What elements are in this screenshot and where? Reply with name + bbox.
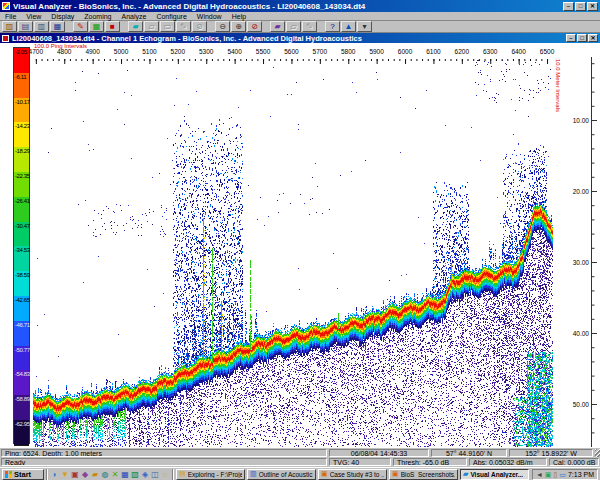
toolbar-group: ?▲▾ (325, 21, 373, 32)
globe-icon[interactable]: ◍ (100, 469, 110, 480)
color-band: -46.71 (14, 321, 29, 347)
taskbar-clock[interactable]: 7:13 PM (568, 471, 594, 478)
menu-item-view[interactable]: View (21, 12, 46, 21)
task-button-4[interactable]: ▣BioS_Screenshots... (389, 469, 458, 480)
paint-icon[interactable]: ▰ (90, 469, 100, 480)
toolbar-button-print[interactable]: ▤ (18, 21, 33, 32)
toolbar-button-stop-record[interactable]: ■ (105, 21, 120, 32)
menu-item-help[interactable]: Help (227, 12, 251, 21)
task-button-label: Case Study #3 to ... (330, 471, 384, 478)
depth-axis-label: 30.00 (562, 259, 589, 266)
toolbar-button-alarm[interactable]: ▲ (341, 21, 356, 32)
toolbar-button-help[interactable]: ? (325, 21, 340, 32)
status-tvg: TVG: 40 (329, 458, 391, 466)
toolbar-button-zoom-in[interactable]: ⊕ (231, 21, 246, 32)
taskbar-separator (46, 469, 48, 480)
menu-item-display[interactable]: Display (46, 12, 79, 21)
color-band-label: -10.17 (15, 99, 30, 105)
menu-item-zooming[interactable]: Zooming (79, 12, 116, 21)
task-button-3[interactable]: ▣Case Study #3 to ... (318, 469, 387, 480)
start-button[interactable]: Start (2, 469, 44, 480)
minimize-button[interactable]: – (563, 2, 574, 11)
toolbar-button-analysis-b[interactable]: ▭ (160, 21, 175, 32)
ping-axis-label: 5300 (193, 48, 219, 55)
toolbar-button-save-file[interactable]: ▦ (50, 21, 65, 32)
status-threshold: Thresh: -65.0 dB (393, 458, 467, 466)
resize-grip[interactable] (595, 449, 600, 457)
toolbar-button-edit-colors[interactable]: ✎ (73, 21, 88, 32)
color-band: -50.77 (14, 346, 29, 372)
toolbar-button-edit-chart[interactable]: ✎ (302, 21, 317, 32)
network-tray-icon[interactable]: ▣ (545, 470, 552, 479)
matlab-icon[interactable]: ▦ (120, 469, 130, 480)
child-restore-button[interactable]: □ (577, 34, 587, 42)
battery-tray-icon[interactable]: ▯ (553, 470, 557, 479)
toolbar-button-cancel-edit[interactable]: ⊘ (192, 21, 207, 32)
depth-axis-label: 50.00 (562, 401, 589, 408)
toolbar-group: ▰▱▭✎⊘ (128, 21, 208, 32)
toolbar-button-chart-b[interactable]: ▱ (286, 21, 301, 32)
menu-item-analyze[interactable]: Analyze (117, 12, 152, 21)
menu-item-window[interactable]: Window (192, 12, 227, 21)
excel-icon[interactable]: ▧ (130, 469, 140, 480)
echogram-canvas[interactable] (33, 57, 553, 447)
maximize-button[interactable]: □ (575, 2, 586, 11)
ping-axis-label: 5000 (108, 48, 134, 55)
search-icon[interactable]: ◌ (160, 469, 170, 480)
child-window-title: LI20040608_143034.dt4 - Channel 1 Echogr… (12, 34, 564, 43)
toolbar-button-echogram-view[interactable]: ▰ (128, 21, 143, 32)
ping-axis-label: 5600 (278, 48, 304, 55)
volume-tray-icon[interactable]: ◄ (536, 470, 543, 479)
main-titlebar[interactable]: Visual Analyzer - BioSonics, Inc. - Adva… (0, 0, 600, 12)
mail-icon[interactable]: ▣ (70, 469, 80, 480)
status-bar-app: ReadyTVG: 40Thresh: -65.0 dBAbs: 0.05032… (0, 457, 600, 467)
color-band-label: -58.89 (15, 396, 30, 402)
task-button-2[interactable]: ▥Outline of Acoustic... (247, 469, 316, 480)
media-player-icon[interactable]: ◆ (80, 469, 90, 480)
ping-axis-label: 6300 (477, 48, 503, 55)
color-band: -22.35 (14, 172, 29, 198)
task-button-1[interactable]: ▤Exploring - F:\Proje... (176, 469, 245, 480)
desktop-icon[interactable]: ◫ (150, 469, 160, 480)
color-band: -34.53 (14, 246, 29, 272)
menu-item-configure[interactable]: Configure (151, 12, 191, 21)
toolbar-button-grid-display[interactable]: ▦ (89, 21, 104, 32)
toolbar-button-edit-bottom[interactable]: ✎ (176, 21, 191, 32)
color-band-label: -46.71 (15, 322, 30, 328)
toolbar-button-more-tools[interactable]: ▾ (357, 21, 372, 32)
task-button-5[interactable]: ▰Visual Analyzer... (460, 469, 529, 480)
depth-axis-ticks (591, 57, 599, 447)
task-button-icon: ▥ (250, 470, 257, 478)
task-button-icon: ▣ (392, 470, 399, 478)
child-titlebar[interactable]: LI20040608_143034.dt4 - Channel 1 Echogr… (0, 33, 600, 43)
status-bar-channel: Ping: 6524, Depth: 1.00 meters06/08/04 1… (0, 447, 600, 457)
status-longitude: 152° 15.8922' W (509, 449, 593, 457)
close-button[interactable]: ✕ (587, 2, 598, 11)
toolbar-group: ✎▦■ (73, 21, 121, 32)
child-close-button[interactable]: ✕ (588, 34, 598, 42)
task-button-icon: ▰ (463, 470, 468, 478)
display-tray-icon[interactable]: ▭ (559, 470, 566, 479)
toolbar-button-analysis-chart[interactable]: ▰ (270, 21, 285, 32)
windows-logo-icon (5, 471, 12, 478)
color-band: -18.29 (14, 147, 29, 173)
ie-browser-icon[interactable]: ◗ (50, 469, 60, 480)
toolbar-button-zoom-cancel[interactable]: ⊘ (247, 21, 262, 32)
taskbar-separator (172, 469, 174, 480)
toolbar-button-open-file[interactable]: ▨ (2, 21, 17, 32)
child-minimize-button[interactable]: – (566, 34, 576, 42)
toolbar-button-analysis-a[interactable]: ▱ (144, 21, 159, 32)
ping-axis-label: 5800 (335, 48, 361, 55)
status-absorption: Abs: 0.05032 dB/m (469, 458, 547, 466)
ping-axis-label: 4900 (80, 48, 106, 55)
save-disk-icon[interactable]: ▼ (60, 469, 70, 480)
toolbar-button-zoom-out[interactable]: ⊖ (215, 21, 230, 32)
menu-item-file[interactable]: File (0, 12, 21, 21)
color-band-label: -50.77 (15, 347, 30, 353)
messenger-icon[interactable]: ✕ (110, 469, 120, 480)
ping-axis-label: 5400 (222, 48, 248, 55)
toolbar-button-export[interactable]: ▥ (34, 21, 49, 32)
depth-axis-label: 20.00 (562, 188, 589, 195)
color-band-label: -18.29 (15, 148, 30, 154)
explorer-icon[interactable]: ◈ (140, 469, 150, 480)
